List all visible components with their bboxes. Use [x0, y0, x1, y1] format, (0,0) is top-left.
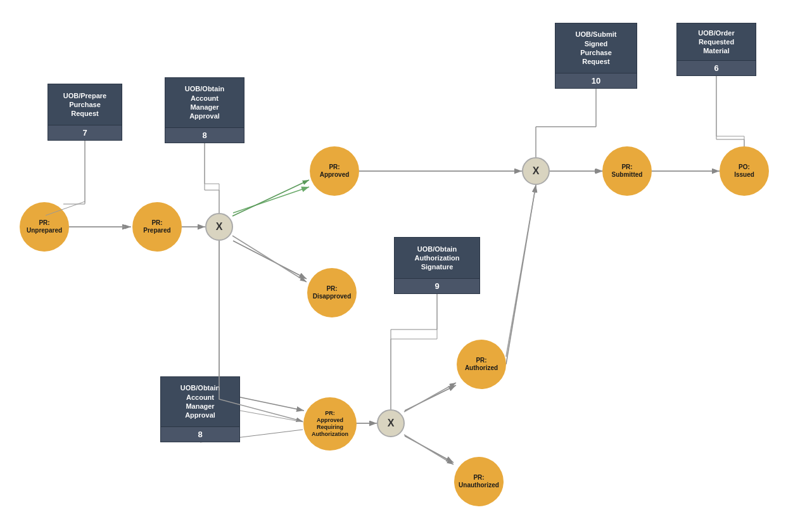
task-obtain-auth-number: 9: [395, 278, 479, 293]
circle-pr-disapproved: PR: Disapproved: [307, 268, 357, 317]
circle-pr-unprepared: PR: Unprepared: [20, 202, 69, 252]
task-submit-signed[interactable]: UOB/SubmitSignedPurchaseRequest 10: [555, 23, 637, 89]
svg-line-45: [506, 185, 536, 357]
node-gateway-3: X: [522, 157, 550, 185]
gateway-1-symbol: X: [205, 213, 233, 241]
node-pr-disapproved: PR: Disapproved: [307, 268, 357, 317]
circle-pr-approved-req-auth: PR: Approved Requiring Authorization: [303, 397, 357, 451]
task-obtain-approval-2[interactable]: UOB/ObtainAccountManagerApproval 8: [160, 376, 240, 442]
svg-line-24: [405, 385, 456, 411]
gateway-2-symbol: X: [377, 409, 405, 437]
node-pr-submitted: PR: Submitted: [602, 146, 652, 196]
node-pr-authorized: PR: Authorized: [457, 340, 506, 389]
svg-line-25: [405, 436, 454, 463]
svg-line-36: [232, 180, 309, 216]
svg-line-44: [404, 435, 454, 464]
svg-line-43: [404, 383, 456, 412]
svg-line-46: [240, 411, 303, 422]
task-obtain-auth[interactable]: UOB/ObtainAuthorizationSignature 9: [394, 237, 480, 294]
node-pr-unauthorized: PR: Unauthorized: [454, 457, 504, 506]
circle-pr-prepared: PR: Prepared: [132, 202, 182, 252]
task-obtain-approval-2-label: UOB/ObtainAccountManagerApproval: [177, 377, 224, 426]
circle-pr-approved: PR: Approved: [310, 146, 359, 196]
circle-po-issued: PO: Issued: [720, 146, 769, 196]
node-po-issued: PO: Issued: [720, 146, 769, 196]
svg-line-4: [233, 187, 309, 213]
node-pr-unprepared: PR: Unprepared: [20, 202, 69, 252]
task-obtain-approval-1-label: UOB/ObtainAccountManagerApproval: [181, 78, 228, 127]
task-obtain-approval-1-number: 8: [165, 127, 244, 143]
node-pr-approved-req-auth: PR: Approved Requiring Authorization: [303, 397, 357, 451]
task-submit-signed-label: UOB/SubmitSignedPurchaseRequest: [572, 23, 621, 73]
task-prepare-pr-label: UOB/PreparePurchaseRequest: [60, 84, 110, 125]
svg-line-29: [506, 185, 536, 364]
task-prepare-pr-number: 7: [48, 125, 122, 140]
gateway-3-symbol: X: [522, 157, 550, 185]
svg-line-37: [232, 236, 307, 282]
node-pr-prepared: PR: Prepared: [132, 202, 182, 252]
task-obtain-auth-label: UOB/ObtainAuthorizationSignature: [411, 238, 464, 278]
task-order-material-label: UOB/OrderRequestedMaterial: [694, 23, 738, 60]
task-prepare-pr[interactable]: UOB/PreparePurchaseRequest 7: [48, 84, 122, 141]
circle-pr-unauthorized: PR: Unauthorized: [454, 457, 504, 506]
node-pr-approved: PR: Approved: [310, 146, 359, 196]
task-submit-signed-number: 10: [555, 73, 637, 88]
node-gateway-2: X: [377, 409, 405, 437]
task-order-material-number: 6: [677, 60, 756, 75]
task-obtain-approval-2-number: 8: [161, 426, 239, 442]
process-diagram: PR: Unprepared PR: Prepared X PR: Approv…: [0, 0, 812, 531]
circle-pr-submitted: PR: Submitted: [602, 146, 652, 196]
task-order-material[interactable]: UOB/OrderRequestedMaterial 6: [676, 23, 756, 76]
task-obtain-approval-1[interactable]: UOB/ObtainAccountManagerApproval 8: [165, 77, 244, 143]
node-gateway-1: X: [205, 213, 233, 241]
circle-pr-authorized: PR: Authorized: [457, 340, 506, 389]
svg-line-5: [233, 241, 307, 279]
